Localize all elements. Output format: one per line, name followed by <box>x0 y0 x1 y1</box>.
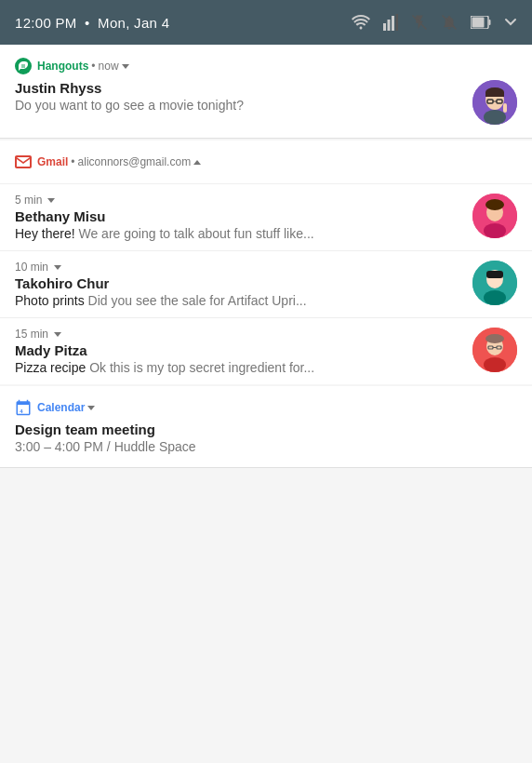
mady-time: 15 min <box>15 328 463 341</box>
gmail-email-takohiro[interactable]: 10 min Takohiro Chur Photo prints Did yo… <box>0 251 532 318</box>
hangouts-sender: Justin Rhyss <box>15 80 463 96</box>
svg-point-16 <box>484 110 506 125</box>
gmail-app-name: Gmail <box>37 155 68 168</box>
bethany-time: 5 min <box>15 194 463 207</box>
wifi-icon <box>352 15 370 30</box>
mady-message: Pizza recipe Ok this is my top secret in… <box>15 360 463 375</box>
takohiro-preview: Did you see the sale for Artifact Upri..… <box>85 293 307 308</box>
svg-rect-17 <box>503 103 507 113</box>
hangouts-chevron-icon[interactable] <box>122 64 129 69</box>
date-text: Mon, Jan 4 <box>98 15 169 31</box>
mady-notif-text: 15 min Mady Pitza Pizza recipe Ok this i… <box>15 328 472 375</box>
bethany-message: Hey there! We are going to talk about fu… <box>15 226 463 241</box>
takohiro-message: Photo prints Did you see the sale for Ar… <box>15 293 463 308</box>
gmail-email-bethany[interactable]: 5 min Bethany Misu Hey there! We are goi… <box>0 184 532 251</box>
takohiro-time-text: 10 min <box>15 261 48 274</box>
bethany-sender: Bethany Misu <box>15 208 463 224</box>
calendar-event-title: Design team meeting <box>15 422 508 437</box>
status-icons <box>352 12 517 33</box>
hangouts-avatar <box>472 80 517 125</box>
signal-icon <box>383 14 398 31</box>
calendar-event-time: 3:00 – 4:00 PM / Huddle Space <box>15 439 508 454</box>
gmail-header[interactable]: Gmail • aliconnors@gmail.com <box>0 141 532 184</box>
hangouts-notif-row: Justin Rhyss Do you want to go see a mov… <box>15 80 517 125</box>
hangouts-separator: • <box>91 60 95 73</box>
svg-point-21 <box>484 223 506 238</box>
svg-rect-3 <box>396 14 399 31</box>
takohiro-chevron-icon[interactable] <box>54 265 61 270</box>
takohiro-avatar <box>472 261 517 305</box>
svg-rect-1 <box>388 20 391 31</box>
gmail-app-header: Gmail • aliconnors@gmail.com <box>15 154 517 170</box>
bethany-subject: Hey there! <box>15 226 75 241</box>
gmail-separator: • <box>71 155 74 168</box>
svg-point-25 <box>484 290 506 305</box>
bethany-time-text: 5 min <box>15 194 42 207</box>
svg-point-32 <box>484 357 506 372</box>
takohiro-sender: Takohiro Chur <box>15 275 463 291</box>
mady-sender: Mady Pitza <box>15 342 463 358</box>
mady-avatar <box>472 328 517 372</box>
takohiro-time: 10 min <box>15 261 463 274</box>
svg-rect-2 <box>392 16 394 31</box>
gmail-notification-group[interactable]: Gmail • aliconnors@gmail.com 5 min Betha… <box>0 141 532 384</box>
hangouts-notif-text: Justin Rhyss Do you want to go see a mov… <box>15 80 472 113</box>
gmail-chevron-icon[interactable] <box>193 160 201 165</box>
flash-off-icon <box>411 12 428 33</box>
gmail-icon <box>15 154 32 170</box>
hangouts-message: Do you want to go see a movie tonight? <box>15 98 463 113</box>
calendar-time-text: 3:00 – 4:00 PM <box>15 439 103 454</box>
calendar-app-name: Calendar <box>37 401 85 414</box>
status-time: 12:00 PM • Mon, Jan 4 <box>15 15 169 31</box>
calendar-icon: 4 <box>15 399 32 416</box>
bethany-avatar <box>472 194 517 238</box>
svg-rect-24 <box>486 271 503 278</box>
hangouts-app-name: Hangouts <box>37 60 88 73</box>
svg-point-20 <box>485 199 504 210</box>
svg-rect-7 <box>489 20 491 25</box>
mady-chevron-icon[interactable] <box>54 332 61 337</box>
calendar-chevron-icon[interactable] <box>87 406 95 410</box>
hangouts-app-header: Hangouts • now <box>15 58 517 74</box>
calendar-location-separator: / <box>107 439 114 454</box>
mady-time-text: 15 min <box>15 328 48 341</box>
battery-icon <box>471 16 491 29</box>
status-bar: 12:00 PM • Mon, Jan 4 <box>0 0 532 45</box>
bell-off-icon <box>441 12 458 33</box>
svg-rect-12 <box>485 92 504 97</box>
calendar-location-text: Huddle Space <box>114 439 196 454</box>
takohiro-notif-text: 10 min Takohiro Chur Photo prints Did yo… <box>15 261 472 308</box>
mady-preview: Ok this is my top secret ingredient for.… <box>86 360 314 375</box>
bethany-notif-text: 5 min Bethany Misu Hey there! We are goi… <box>15 194 472 241</box>
bethany-chevron-icon[interactable] <box>47 198 55 203</box>
calendar-event-text: Design team meeting 3:00 – 4:00 PM / Hud… <box>15 422 517 454</box>
svg-text:4: 4 <box>20 408 23 414</box>
hangouts-icon <box>15 58 32 74</box>
svg-rect-8 <box>472 18 485 28</box>
takohiro-subject: Photo prints <box>15 293 85 308</box>
expand-status-icon[interactable] <box>504 18 517 27</box>
svg-point-31 <box>485 334 504 343</box>
gmail-email: aliconnors@gmail.com <box>78 155 192 168</box>
mady-subject: Pizza recipe <box>15 360 86 375</box>
hangouts-time: now <box>99 60 119 73</box>
svg-rect-0 <box>383 23 386 31</box>
calendar-app-header: 4 Calendar <box>15 399 517 416</box>
hangouts-notification[interactable]: Hangouts • now Justin Rhyss Do you want … <box>0 45 532 139</box>
gmail-email-mady[interactable]: 15 min Mady Pitza Pizza recipe Ok this i… <box>0 318 532 384</box>
time-text: 12:00 PM <box>15 15 77 31</box>
calendar-notification[interactable]: 4 Calendar Design team meeting 3:00 – 4:… <box>0 386 532 468</box>
separator: • <box>85 15 90 31</box>
bethany-preview: We are going to talk about fun stuff lik… <box>75 226 314 241</box>
